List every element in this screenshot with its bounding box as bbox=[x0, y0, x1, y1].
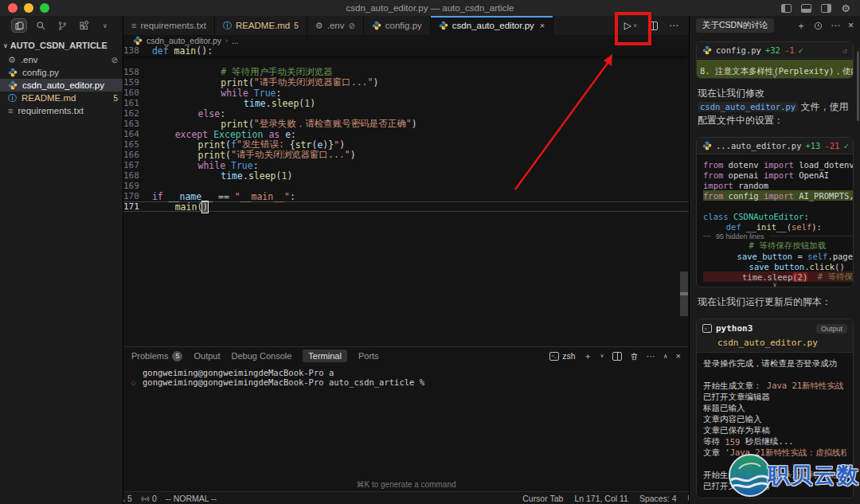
zoom-window-button[interactable] bbox=[40, 3, 49, 13]
cursor-position[interactable]: Ln 171, Col 11 bbox=[574, 494, 628, 503]
tab-readme-md[interactable]: ⓘ README.md 5 bbox=[215, 16, 307, 35]
history-icon[interactable] bbox=[814, 21, 823, 30]
expand-chevron-icon[interactable]: ∨ bbox=[772, 281, 777, 287]
close-panel-icon[interactable]: × bbox=[676, 351, 681, 361]
code-line: import random bbox=[703, 180, 853, 190]
new-terminal-icon[interactable]: ＋ bbox=[584, 350, 592, 362]
more-actions-icon[interactable]: ⋯ bbox=[647, 351, 655, 361]
maximize-panel-icon[interactable]: ∧ bbox=[663, 353, 668, 360]
code-line: 等待 159 秒后继续... bbox=[703, 436, 846, 447]
toggle-sidebar-icon[interactable] bbox=[781, 4, 792, 13]
sticky-scroll-line[interactable]: 138def main(): bbox=[123, 45, 689, 56]
tab-config-py[interactable]: config.py bbox=[364, 16, 431, 35]
code-line: class CSDNAutoEditor: bbox=[703, 211, 853, 221]
explorer-icon[interactable] bbox=[11, 18, 27, 33]
editor-tabbar: ≡ requirements.txt ⓘ README.md 5 ⚙ .env … bbox=[123, 16, 689, 35]
sidebar-item-env[interactable]: ⚙ .env ⊘ bbox=[0, 53, 123, 66]
close-window-button[interactable] bbox=[8, 3, 18, 13]
code-line: # 等待保存按钮加载 bbox=[703, 240, 853, 251]
tab-problems[interactable]: Problems 5 bbox=[131, 351, 182, 361]
indentation-setting[interactable]: Spaces: 4 bbox=[639, 494, 677, 503]
python-icon bbox=[372, 21, 381, 30]
diff-card-config-py[interactable]: config.py +32 -1 ✓ ↺ 8. 注意文本多样性(Perplexi… bbox=[696, 41, 854, 79]
python-icon bbox=[8, 80, 18, 90]
tab-env[interactable]: ⚙ .env ⊘ bbox=[307, 16, 364, 35]
diff-code: from dotenv import load_dotenvfrom opena… bbox=[697, 154, 853, 287]
explorer-root[interactable]: ∨ AUTO_CSDN_ARTICLE bbox=[0, 38, 123, 53]
toggle-secondary-sidebar-icon[interactable] bbox=[821, 4, 831, 13]
editor-group: ≡ requirements.txt ⓘ README.md 5 ⚙ .env … bbox=[123, 16, 689, 504]
revert-icon[interactable]: ↺ bbox=[842, 46, 847, 55]
code-line: 163print("登录失败，请检查账号密码是否正确") bbox=[123, 119, 689, 129]
tab-ports[interactable]: Ports bbox=[358, 351, 379, 361]
tab-requirements-txt[interactable]: ≡ requirements.txt bbox=[123, 16, 215, 35]
source-control-icon[interactable] bbox=[54, 18, 70, 33]
list-icon: ≡ bbox=[8, 106, 13, 115]
code-line: 文章 'Java 21新特性实战：虚拟线程如何让 bbox=[703, 447, 846, 459]
more-actions-icon[interactable]: ⋯ bbox=[831, 20, 840, 31]
code-line: 169 bbox=[123, 181, 689, 191]
editor-code[interactable]: 158# 等待用户手动关闭浏览器159print("请手动关闭浏览器窗口..."… bbox=[123, 67, 689, 212]
code-line: 文章已保存为草稿 bbox=[703, 425, 846, 436]
code-line bbox=[703, 369, 846, 381]
lines-removed: -1 bbox=[784, 45, 795, 55]
tab-terminal[interactable]: Terminal bbox=[303, 350, 347, 362]
problems-badge: 5 bbox=[294, 21, 299, 30]
more-actions-icon[interactable]: ⋯ bbox=[669, 20, 679, 31]
chat-scrollbar[interactable] bbox=[857, 51, 859, 121]
code-line: 158# 等待用户手动关闭浏览器 bbox=[123, 67, 689, 77]
cursor-tab-toggle[interactable]: Cursor Tab bbox=[522, 494, 563, 503]
sidebar-item-readme-md[interactable]: ⓘ README.md 5 bbox=[0, 92, 123, 104]
settings-gear-icon[interactable]: ⚙ bbox=[841, 3, 850, 14]
file-name: ...auto_editor.py bbox=[716, 141, 801, 150]
list-icon: ≡ bbox=[131, 21, 136, 30]
terminal-output[interactable]: gongweiming@gongweimingdeMacBook-Pro a○g… bbox=[123, 365, 689, 387]
chevron-down-icon[interactable]: ∨ bbox=[600, 353, 604, 359]
new-chat-icon[interactable]: ＋ bbox=[796, 19, 806, 33]
toggle-panel-icon[interactable] bbox=[801, 4, 811, 13]
chevron-down-icon[interactable]: ∨ bbox=[97, 18, 113, 33]
expand-chevron-icon[interactable]: ∨ bbox=[772, 72, 777, 79]
tab-debug-console[interactable]: Debug Console bbox=[232, 351, 292, 361]
run-python-file-button[interactable]: ▷∨ bbox=[624, 20, 637, 31]
code-line: 161time.sleep(1) bbox=[123, 98, 689, 108]
tab-csdn-auto-editor-py[interactable]: csdn_auto_editor.py × bbox=[431, 16, 553, 35]
sidebar-item-csdn-auto-editor-py[interactable]: csdn_auto_editor.py bbox=[0, 79, 123, 92]
search-icon[interactable] bbox=[33, 18, 49, 33]
editor-scrollbar[interactable] bbox=[680, 272, 688, 316]
close-panel-icon[interactable]: × bbox=[848, 20, 854, 31]
tab-output[interactable]: Output bbox=[194, 351, 220, 361]
ports-status[interactable]: 0 bbox=[141, 494, 157, 503]
code-line: 标题已输入 bbox=[703, 403, 846, 414]
hidden-lines-marker[interactable]: 95 hidden lines bbox=[703, 232, 853, 240]
code-line: from dotenv import load_dotenv bbox=[703, 159, 853, 170]
breadcrumb[interactable]: csdn_auto_editor.py › ... bbox=[123, 35, 689, 45]
close-icon[interactable]: × bbox=[540, 21, 545, 30]
kill-terminal-icon[interactable] bbox=[630, 352, 639, 361]
code-editor[interactable]: csdn_auto_editor.py › ... 138def main():… bbox=[123, 35, 689, 346]
code-line: save_button = self.page bbox=[703, 251, 853, 261]
split-editor-icon[interactable] bbox=[648, 21, 658, 30]
chat-tab[interactable]: 关于CSDN的讨论 bbox=[696, 18, 774, 33]
revert-icon[interactable]: ↺ bbox=[853, 142, 854, 150]
python-icon bbox=[702, 141, 712, 150]
chat-paragraph: 现在让我们修改 csdn_auto_editor.py 文件，使用配置文件中的设… bbox=[698, 87, 852, 127]
split-terminal-icon[interactable] bbox=[612, 352, 622, 361]
terminal-line: gongweiming@gongweimingdeMacBook-Pro a bbox=[135, 369, 689, 378]
sidebar-item-requirements-txt[interactable]: ≡ requirements.txt bbox=[0, 104, 123, 117]
extensions-icon[interactable] bbox=[76, 18, 92, 33]
shell-selector[interactable]: >_ zsh bbox=[549, 351, 575, 361]
run-output-card[interactable]: >_ python3 Output csdn_auto_editor.py 登录… bbox=[696, 318, 854, 498]
terminal-panel: Problems 5 Output Debug Console Terminal… bbox=[123, 346, 689, 491]
minimize-window-button[interactable] bbox=[24, 3, 33, 13]
gear-icon: ⚙ bbox=[8, 55, 16, 65]
chat-messages: config.py +32 -1 ✓ ↺ 8. 注意文本多样性(Perplexi… bbox=[690, 35, 860, 504]
terminal-line: ○gongweiming@gongweimingdeMacBook-Pro au… bbox=[135, 378, 689, 388]
excluded-icon: ⊘ bbox=[111, 56, 118, 64]
diff-card-auto-editor-py[interactable]: ...auto_editor.py +13 -21 ✓ ↺ from doten… bbox=[696, 137, 854, 287]
problems-badge: 5 bbox=[113, 94, 118, 103]
chevron-down-icon: ∨ bbox=[633, 22, 637, 29]
sidebar-item-config-py[interactable]: config.py bbox=[0, 66, 123, 79]
run-output: 登录操作完成，请检查是否登录成功 开始生成文章： Java 21新特性实战：虚拟… bbox=[697, 353, 853, 498]
terminal-icon: >_ bbox=[549, 352, 559, 361]
